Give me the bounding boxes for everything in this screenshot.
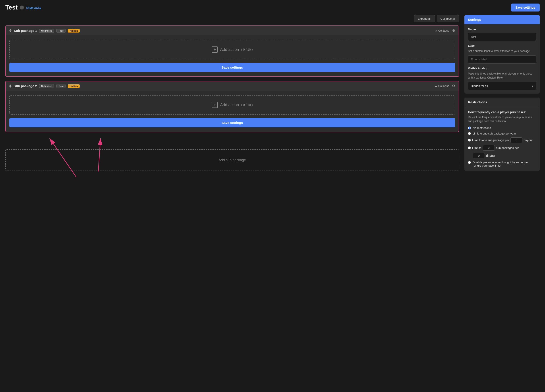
restrictions-section-header: Restrictions: [464, 98, 540, 107]
sub-package-2-name: Sub package 2: [14, 84, 37, 88]
content-area: Expand all Collapse all Sub package 1 Un…: [5, 15, 464, 175]
collapse-all-button[interactable]: Collapse all: [437, 15, 459, 22]
radio-limit-day: Limit to one sub package per day(s): [468, 137, 536, 143]
restrictions-section: Restrictions How frequently can a player…: [464, 98, 540, 171]
visible-shop-desc: Make this Shop pack visible to all playe…: [468, 72, 536, 80]
settings-panel: Settings Name Label Set a custom label t…: [464, 15, 540, 175]
limit-day-input[interactable]: [510, 137, 522, 143]
sort-icon-2[interactable]: [9, 85, 12, 88]
radio-limit-day-label-2: day(s): [524, 139, 532, 142]
save-settings-button-header[interactable]: Save settings: [511, 4, 540, 12]
add-action-count-1: ( 0 / 10 ): [241, 48, 253, 51]
radio-limit-year[interactable]: Limit to one sub package per year: [468, 132, 536, 135]
add-action-text-2: Add action: [220, 103, 239, 107]
add-sub-package-box[interactable]: Add sub package: [5, 149, 459, 171]
plus-box-icon-2: +: [212, 102, 218, 108]
help-icon[interactable]: ?: [20, 6, 24, 10]
radio-no-restrictions[interactable]: No restrictions: [468, 126, 536, 130]
badge-hidden-2: Hidden: [68, 84, 80, 88]
badge-unlimited-2: Unlimited: [39, 84, 54, 88]
page-header: Test ? Shop packs Save settings: [0, 0, 545, 15]
radio-limit-total-days-label: day(s): [486, 154, 495, 158]
chevron-up-icon-2: [435, 86, 437, 87]
save-settings-button-1[interactable]: Save settings: [9, 63, 455, 72]
collapse-label-1: Collapse: [438, 29, 449, 32]
sort-down-icon: [9, 31, 12, 32]
collapse-button-2[interactable]: Collapse: [435, 84, 449, 88]
settings-section: Settings Name Label Set a custom label t…: [464, 15, 540, 94]
sub-package-2-body: + Add action ( 0 / 10 ) Save settings: [6, 91, 459, 132]
sub-package-1-header-right: Collapse ⚙: [435, 29, 455, 33]
radio-disable-single-label: Disable package when bought by someone (…: [473, 161, 536, 167]
add-action-text-1: Add action: [220, 47, 239, 52]
gear-button-1[interactable]: ⚙: [452, 29, 455, 33]
radio-limit-total-row2: day(s): [468, 153, 536, 158]
sub-package-1-header: Sub package 1 Unlimited Free Hidden Coll…: [6, 26, 459, 35]
restrictions-body: How frequently can a player purchase? Re…: [464, 107, 540, 171]
add-sub-package-label: Add sub package: [218, 158, 246, 162]
sub-package-1-header-left: Sub package 1 Unlimited Free Hidden: [9, 29, 80, 33]
restrictions-question: How frequently can a player purchase?: [468, 110, 536, 114]
header-left: Test ? Shop packs: [5, 4, 41, 11]
add-action-count-2: ( 0 / 10 ): [241, 103, 253, 107]
radio-limit-total-input[interactable]: [468, 147, 471, 149]
sub-package-1-body: + Add action ( 0 / 10 ) Save settings: [6, 35, 459, 76]
radio-limit-day-input[interactable]: [468, 139, 471, 141]
radio-limit-year-label: Limit to one sub package per year: [473, 132, 516, 135]
limit-total-days-input[interactable]: [473, 153, 485, 158]
settings-section-header: Settings: [464, 15, 540, 24]
sub-package-card-1: Sub package 1 Unlimited Free Hidden Coll…: [5, 25, 459, 77]
sub-package-1-name: Sub package 1: [14, 29, 37, 32]
add-action-box-2[interactable]: + Add action ( 0 / 10 ): [9, 95, 455, 115]
badge-free-1: Free: [56, 29, 66, 33]
expand-all-button[interactable]: Expand all: [414, 15, 435, 22]
sub-package-2-header-right: Collapse ⚙: [435, 84, 455, 88]
sort-down-icon-2: [9, 86, 12, 88]
visible-shop-label: Visible in shop: [468, 67, 536, 70]
sort-up-icon: [9, 29, 12, 31]
save-settings-button-2[interactable]: Save settings: [9, 118, 455, 127]
label-input[interactable]: [468, 55, 536, 63]
plus-box-icon-1: +: [212, 46, 218, 53]
shop-packs-link[interactable]: Shop packs: [26, 6, 41, 9]
radio-limit-total: Limit to sub packages per: [468, 145, 536, 151]
sub-package-2-header: Sub package 2 Unlimited Free Hidden Coll…: [6, 81, 459, 91]
top-buttons-row: Expand all Collapse all: [5, 15, 459, 22]
restrictions-desc: Restrict the frequency at which players …: [468, 115, 536, 123]
sub-package-card-2: Sub package 2 Unlimited Free Hidden Coll…: [5, 81, 459, 132]
collapse-button-1[interactable]: Collapse: [435, 29, 449, 32]
radio-limit-year-input[interactable]: [468, 132, 471, 135]
badge-free-2: Free: [56, 84, 66, 88]
restrictions-radio-group: No restrictions Limit to one sub package…: [468, 126, 536, 167]
limit-total-count-input[interactable]: [483, 145, 495, 151]
radio-no-restrictions-input[interactable]: [468, 127, 471, 129]
add-action-box-1[interactable]: + Add action ( 0 / 10 ): [9, 40, 455, 59]
radio-limit-day-label-1: Limit to one sub package per: [472, 139, 509, 142]
radio-disable-single[interactable]: Disable package when bought by someone (…: [468, 161, 536, 167]
settings-section-body: Name Label Set a custom label to draw at…: [464, 24, 540, 94]
radio-disable-single-input[interactable]: [468, 161, 471, 164]
badge-hidden-1: Hidden: [68, 29, 80, 32]
sort-up-icon-2: [9, 85, 12, 86]
collapse-label-2: Collapse: [438, 84, 449, 88]
main-layout: Expand all Collapse all Sub package 1 Un…: [0, 15, 545, 180]
name-field-label: Name: [468, 28, 536, 31]
sub-package-2-header-left: Sub package 2 Unlimited Free Hidden: [9, 84, 80, 88]
visible-shop-select[interactable]: Hidden for all Visible for all Custom Ro…: [468, 82, 536, 90]
sort-icon-1[interactable]: [9, 29, 12, 32]
label-field-label: Label: [468, 44, 536, 47]
gear-button-2[interactable]: ⚙: [452, 84, 455, 88]
label-field-desc: Set a custom label to draw attention to …: [468, 49, 536, 53]
name-input[interactable]: [468, 33, 536, 41]
chevron-up-icon-1: [435, 30, 437, 31]
radio-limit-total-label-1: Limit to: [472, 146, 482, 150]
page-title: Test: [5, 4, 18, 11]
badge-unlimited-1: Unlimited: [39, 29, 54, 33]
visible-shop-select-wrapper: Hidden for all Visible for all Custom Ro…: [468, 82, 536, 90]
radio-no-restrictions-label: No restrictions: [473, 126, 491, 130]
radio-limit-total-label-2: sub packages per: [496, 146, 519, 150]
